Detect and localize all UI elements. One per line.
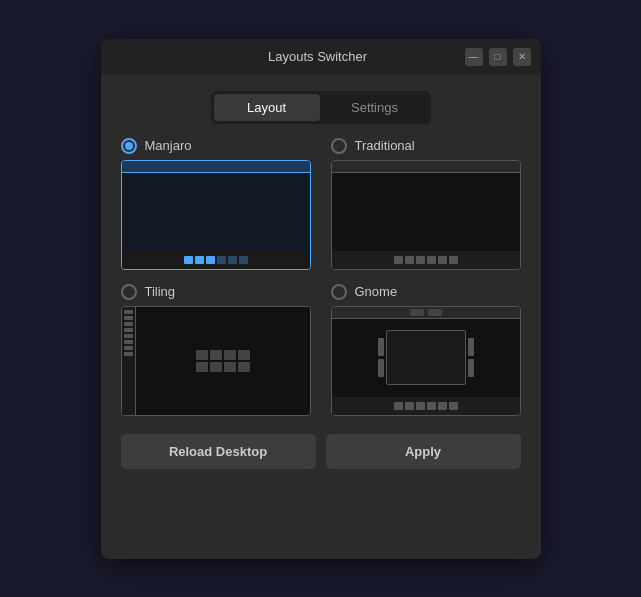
trad-dot-5 <box>438 256 447 264</box>
tiling-app-2 <box>210 350 222 360</box>
gnome-preview-inner <box>332 307 520 415</box>
layout-option-gnome[interactable]: Gnome <box>331 284 521 416</box>
traditional-label: Traditional <box>355 138 415 153</box>
traditional-radio[interactable] <box>331 138 347 154</box>
sidebar-dot-7 <box>124 346 133 350</box>
trad-dot-6 <box>449 256 458 264</box>
sidebar-dot-4 <box>124 328 133 332</box>
apply-button[interactable]: Apply <box>326 434 521 469</box>
tiling-app-5 <box>196 362 208 372</box>
trad-dot-2 <box>405 256 414 264</box>
dot-1 <box>184 256 193 264</box>
layout-option-tiling[interactable]: Tiling <box>121 284 311 416</box>
action-buttons: Reload Desktop Apply <box>121 434 521 469</box>
gnome-dot-2 <box>405 402 414 410</box>
tiling-app-4 <box>238 350 250 360</box>
maximize-button[interactable]: □ <box>489 48 507 66</box>
gnome-topbar-btn-1 <box>410 309 424 316</box>
minimize-button[interactable]: — <box>465 48 483 66</box>
tiling-apps-grid <box>196 350 250 372</box>
gnome-dot-4 <box>427 402 436 410</box>
gnome-label: Gnome <box>355 284 398 299</box>
dot-6 <box>239 256 248 264</box>
gnome-app-right-1 <box>468 338 474 356</box>
tiling-sidebar <box>122 307 136 415</box>
manjaro-body <box>122 173 310 251</box>
tab-layout[interactable]: Layout <box>214 94 320 121</box>
gnome-bottom-bar <box>332 397 520 415</box>
traditional-taskbar-dots <box>394 256 458 264</box>
manjaro-radio[interactable] <box>121 138 137 154</box>
gnome-right-apps <box>466 338 476 377</box>
tab-settings[interactable]: Settings <box>322 94 428 121</box>
manjaro-label: Manjaro <box>145 138 192 153</box>
traditional-topbar <box>332 161 520 173</box>
tiling-label: Tiling <box>145 284 176 299</box>
gnome-radio-label[interactable]: Gnome <box>331 284 521 300</box>
sidebar-dot-5 <box>124 334 133 338</box>
window-title: Layouts Switcher <box>171 49 465 64</box>
traditional-radio-label[interactable]: Traditional <box>331 138 521 154</box>
sidebar-dot-8 <box>124 352 133 356</box>
manjaro-radio-label[interactable]: Manjaro <box>121 138 311 154</box>
tiling-preview-inner <box>122 307 310 415</box>
sidebar-dot-3 <box>124 322 133 326</box>
reload-desktop-button[interactable]: Reload Desktop <box>121 434 316 469</box>
traditional-preview[interactable] <box>331 160 521 270</box>
tiling-preview[interactable] <box>121 306 311 416</box>
gnome-radio[interactable] <box>331 284 347 300</box>
gnome-app-right-2 <box>468 359 474 377</box>
manjaro-preview-inner <box>122 161 310 269</box>
trad-dot-4 <box>427 256 436 264</box>
sidebar-dot-6 <box>124 340 133 344</box>
tiling-app-6 <box>210 362 222 372</box>
manjaro-topbar <box>122 161 310 173</box>
dot-5 <box>228 256 237 264</box>
tiling-app-1 <box>196 350 208 360</box>
dot-2 <box>195 256 204 264</box>
tab-bar: Layout Settings <box>211 91 431 124</box>
traditional-body <box>332 173 520 251</box>
gnome-window <box>386 330 466 385</box>
titlebar-controls: — □ ✕ <box>465 48 531 66</box>
trad-dot-1 <box>394 256 403 264</box>
gnome-app-left-1 <box>378 338 384 356</box>
gnome-dot-3 <box>416 402 425 410</box>
dot-3 <box>206 256 215 264</box>
manjaro-taskbar-dots <box>184 256 248 264</box>
gnome-preview[interactable] <box>331 306 521 416</box>
main-window: Layouts Switcher — □ ✕ Layout Settings M… <box>101 39 541 559</box>
tiling-radio[interactable] <box>121 284 137 300</box>
traditional-preview-inner <box>332 161 520 269</box>
trad-dot-3 <box>416 256 425 264</box>
gnome-dot-6 <box>449 402 458 410</box>
tiling-app-8 <box>238 362 250 372</box>
tiling-main-area <box>136 307 310 415</box>
layouts-grid: Manjaro <box>121 138 521 416</box>
gnome-topbar <box>332 307 520 319</box>
close-button[interactable]: ✕ <box>513 48 531 66</box>
gnome-dot-5 <box>438 402 447 410</box>
manjaro-preview[interactable] <box>121 160 311 270</box>
tiling-app-3 <box>224 350 236 360</box>
layout-option-manjaro[interactable]: Manjaro <box>121 138 311 270</box>
gnome-body <box>332 319 520 397</box>
sidebar-dot-2 <box>124 316 133 320</box>
sidebar-dot-1 <box>124 310 133 314</box>
gnome-app-left-2 <box>378 359 384 377</box>
gnome-topbar-btn-2 <box>428 309 442 316</box>
dot-4 <box>217 256 226 264</box>
tiling-radio-label[interactable]: Tiling <box>121 284 311 300</box>
tiling-app-7 <box>224 362 236 372</box>
traditional-taskbar <box>332 251 520 269</box>
manjaro-taskbar <box>122 251 310 269</box>
gnome-bottom-dots <box>394 402 458 410</box>
titlebar: Layouts Switcher — □ ✕ <box>101 39 541 75</box>
layout-option-traditional[interactable]: Traditional <box>331 138 521 270</box>
gnome-dot-1 <box>394 402 403 410</box>
gnome-left-apps <box>376 338 386 377</box>
window-content: Layout Settings Manjaro <box>101 75 541 559</box>
